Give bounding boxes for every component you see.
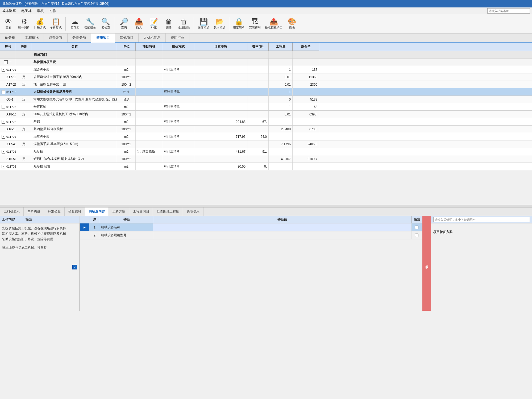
tab-other-items[interactable]: 其他项目	[115, 33, 139, 42]
feature-search-input[interactable]	[433, 217, 530, 222]
menu-review[interactable]: 审核	[37, 9, 44, 13]
side-data-panel[interactable]: 个人数据	[422, 216, 431, 311]
extract-tpl-button[interactable]: 📤 提取模板子目	[263, 16, 284, 32]
tax-button[interactable]: 💰 计税方式	[32, 16, 47, 32]
btab-unit-price[interactable]: 单价构成	[24, 207, 44, 216]
table-row[interactable]: A16-50 定 矩形柱 脓合板模板 钢支撑3.6m以内 100m2 4.816…	[0, 155, 532, 163]
tab-measures[interactable]: 措施项目	[91, 34, 115, 43]
adjust-button[interactable]: ⚙ 统一调价	[16, 16, 31, 32]
table-row[interactable]: −011703001001 垂直运输 m2 可计里清单 1 63	[0, 103, 532, 111]
table-body[interactable]: 措施项目 −一 单价措施项目费 −011	[0, 51, 532, 205]
expand-btn[interactable]: −	[4, 60, 8, 64]
expand-btn[interactable]: −	[2, 135, 5, 139]
table-row[interactable]: −011702002001 矩形柱 初雷 m2 可计里清单 30.50 0.	[0, 163, 532, 170]
cell-rate	[247, 155, 269, 163]
btab-qty-detail[interactable]: 工程量明细	[129, 207, 153, 216]
fill-button[interactable]: 📝 补充	[147, 16, 161, 32]
output-checkbox-2[interactable]	[415, 234, 418, 237]
feature-row[interactable]: 2 机械设备规格型号	[80, 231, 422, 239]
btab-labor-machine[interactable]: 工料机显示	[0, 207, 24, 216]
feature-row[interactable]: ▶ 1 机械设备名称	[80, 223, 422, 231]
unit-button[interactable]: 📋 单价形式	[48, 16, 63, 32]
fill-label: 补充	[151, 26, 157, 30]
lock-button[interactable]: 🔒 锁定清单	[231, 16, 246, 32]
fr-feature-value[interactable]	[153, 223, 412, 231]
bottom-panel: 工料机显示 单价构成 标准换算 换算信息 特征及内容 组价方案 工程量明细 反查…	[0, 207, 532, 311]
cell-calc-base	[194, 103, 247, 110]
tab-sub-division[interactable]: 分部分项	[68, 33, 91, 42]
fth-index	[80, 216, 89, 223]
cloud-save-button[interactable]: ☁ 云存档	[68, 16, 82, 32]
delete-button[interactable]: 🗑 删除	[162, 16, 176, 32]
table-row[interactable]: A18-11 定 20m以上塔式起重机施工 檐高80m以内 100m2 0.01…	[0, 111, 532, 118]
fr-indicator: ▶	[80, 223, 89, 231]
table-row[interactable]: −一 单价措施项目费	[0, 59, 532, 66]
expand-btn[interactable]: −	[2, 105, 5, 109]
menu-etender[interactable]: 电子标	[21, 9, 32, 13]
cell-price-method: 可计里清单	[162, 163, 194, 170]
cell-price-method	[162, 59, 194, 66]
output-checkbox-1[interactable]	[415, 226, 418, 229]
cell-feature	[136, 103, 162, 110]
horizontal-scrollbar[interactable]	[0, 205, 532, 207]
tax-label: 计税方式	[34, 26, 46, 30]
table-row[interactable]: −011701001001 综合脚手架 m2 可计里清单 1 137	[0, 66, 532, 73]
expand-btn[interactable]: −	[2, 90, 5, 94]
cell-feature	[136, 96, 162, 103]
expand-btn[interactable]: −	[2, 120, 5, 124]
output-checkbox[interactable]: ✓	[72, 265, 77, 269]
color-button[interactable]: 🎨 颜色	[285, 16, 299, 32]
btab-desc-info[interactable]: 说明信息	[183, 207, 203, 216]
cloud-check-button[interactable]: 🔍 云检查	[99, 16, 113, 32]
table-row[interactable]: A17-13 定 多层建筑综合脚手架 檐高80m以内 100m2 0.01 11…	[0, 73, 532, 81]
table-row[interactable]: A17-41 定 满堂脚手架 基本层(3.6m~5.2m) 100m2 7.17…	[0, 140, 532, 148]
right-panel-header	[431, 216, 532, 223]
cell-calc-base	[194, 51, 247, 58]
cell-rate	[247, 88, 269, 95]
table-row[interactable]: −011705001001 大型机械设备进出场及安拆 台·次 可计里清单 1	[0, 88, 532, 96]
color-label: 颜色	[289, 26, 295, 30]
expand-btn[interactable]: −	[2, 150, 5, 153]
side-data-label: 个人数据	[425, 262, 429, 264]
smart-button[interactable]: 🔧 智能组价	[83, 16, 98, 32]
insert-button[interactable]: 📥 插入	[132, 16, 146, 32]
cell-rate: 91.	[247, 148, 269, 155]
menu-collab[interactable]: 协作	[49, 9, 56, 13]
fr-output[interactable]	[412, 223, 422, 231]
btab-check-drawing[interactable]: 反查图形工程量	[153, 207, 183, 216]
search-input[interactable]	[487, 8, 530, 14]
btab-calc-info[interactable]: 换算信息	[65, 207, 85, 216]
cell-seq: −011702001001	[0, 118, 16, 125]
btab-features[interactable]: 特征及内容	[85, 207, 109, 216]
cell-unit-price: 5139	[293, 96, 319, 103]
btab-price-scheme[interactable]: 组价方案	[109, 207, 129, 216]
tab-fee-summary[interactable]: 费用汇总	[166, 33, 189, 42]
table-row[interactable]: −011701006001 满堂脚手架 m2 可计里清单 717.96 24.0	[0, 133, 532, 140]
tab-fee-setting[interactable]: 取费设置	[44, 33, 68, 42]
table-row[interactable]: A17-26 定 地下室综合脚手架 一层 100m2 0.01 2350	[0, 81, 532, 88]
table-row[interactable]: −011702001001 基础 m2 可计里清单 204.88 67.	[0, 118, 532, 126]
query-button[interactable]: 🔎 查询	[117, 16, 131, 32]
cell-rate: 67.	[247, 118, 269, 125]
fr-feature-value2[interactable]	[153, 231, 412, 239]
cell-feature: 1，脓合模板	[136, 148, 162, 155]
cell-kind: 定	[16, 111, 32, 118]
fr-indicator2	[80, 231, 89, 239]
menu-cost[interactable]: 成本测算	[2, 9, 16, 13]
install-cost-button[interactable]: 🏗 安装费用	[247, 16, 262, 32]
tab-price-analysis[interactable]: 价分析	[0, 33, 20, 42]
batch-delete-button[interactable]: 🗑 批量删除	[177, 16, 192, 32]
expand-btn[interactable]: −	[2, 68, 5, 72]
view-button[interactable]: 👁 查看	[2, 16, 15, 32]
btab-std-convert[interactable]: 标准换算	[44, 207, 65, 216]
tab-overview[interactable]: 工程概况	[20, 33, 44, 42]
fr-output2[interactable]	[412, 231, 422, 239]
table-row[interactable]: G5-1 定 常用大型机械每安装和拆卸一次费用 履带式起重机 提升质量25t 台…	[0, 96, 532, 103]
expand-btn[interactable]: −	[2, 165, 5, 168]
table-row[interactable]: −011702002001 矩形柱 m2 1，脓合模板 可计里清单 481.67…	[0, 148, 532, 155]
table-row[interactable]: 措施项目	[0, 51, 532, 59]
tab-labor-material[interactable]: 人材机汇总	[139, 33, 166, 42]
load-tpl-button[interactable]: 📂 载入模板	[212, 16, 227, 32]
table-row[interactable]: A16-1 定 基础垫层 脓合板模板 100m2 2.0488 6736.	[0, 126, 532, 133]
save-tpl-button[interactable]: 💾 保存模板	[196, 16, 211, 32]
